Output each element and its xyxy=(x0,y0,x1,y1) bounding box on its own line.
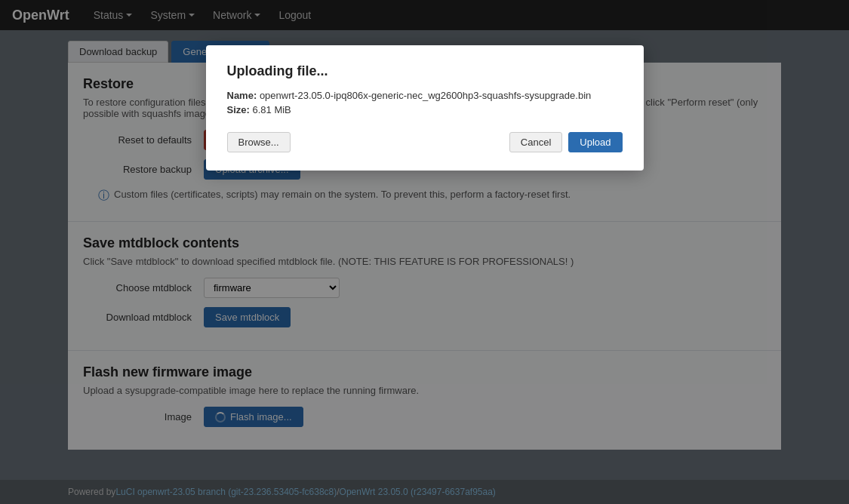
modal-size-row: Size: 6.81 MiB xyxy=(227,104,623,115)
upload-button[interactable]: Upload xyxy=(568,132,622,152)
upload-modal: Uploading file... Name: openwrt-23.05.0-… xyxy=(206,45,644,171)
modal-size-label: Size: xyxy=(227,104,250,115)
modal-title: Uploading file... xyxy=(227,63,623,79)
modal-filename-row: Name: openwrt-23.05.0-ipq806x-generic-ne… xyxy=(227,90,623,101)
modal-name-label: Name: xyxy=(227,90,257,101)
browse-button[interactable]: Browse... xyxy=(227,132,291,152)
modal-size-value: 6.81 MiB xyxy=(252,104,291,115)
cancel-button[interactable]: Cancel xyxy=(509,132,562,152)
modal-filename: openwrt-23.05.0-ipq806x-generic-nec_wg26… xyxy=(260,90,591,101)
modal-right-actions: Cancel Upload xyxy=(509,132,623,152)
modal-overlay: Uploading file... Name: openwrt-23.05.0-… xyxy=(0,0,849,504)
modal-actions: Browse... Cancel Upload xyxy=(227,132,623,152)
